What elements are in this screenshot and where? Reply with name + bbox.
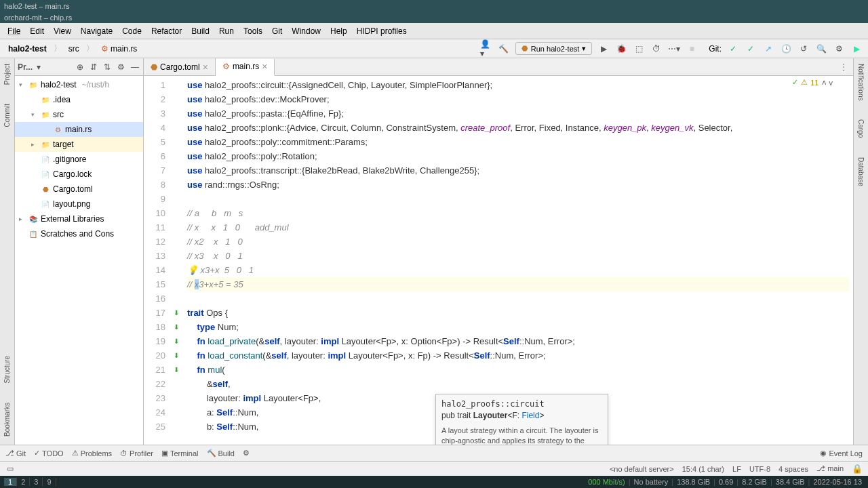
sys-mem: 138.8 GiB xyxy=(675,478,712,486)
status-position[interactable]: 15:4 (1 char) xyxy=(682,465,724,473)
run-config-selector[interactable]: ⬣Run halo2-test▾ xyxy=(515,42,593,55)
tree-row[interactable]: ▾📁halo2-test~/rust/h xyxy=(15,77,143,92)
tool-profiler[interactable]: ⏱ Profiler xyxy=(120,449,153,458)
git-push-icon[interactable]: ↗ xyxy=(762,43,774,55)
tool-build[interactable]: 🔨 Build xyxy=(207,449,235,458)
tree-settings-icon[interactable]: ⚙ xyxy=(117,62,127,72)
rail-cargo[interactable]: Cargo xyxy=(856,117,866,140)
status-branch[interactable]: ⎇ main xyxy=(816,464,844,473)
tree-row[interactable]: 📋Scratches and Cons xyxy=(15,226,143,241)
rail-project[interactable]: Project xyxy=(2,61,12,87)
menu-git[interactable]: Git xyxy=(267,25,287,37)
menu-navigate[interactable]: Navigate xyxy=(76,25,117,37)
inspection-widget[interactable]: ✓ ⚠11 ʌv xyxy=(792,78,833,87)
status-encoding[interactable]: UTF-8 xyxy=(749,465,770,473)
tool-eventlog[interactable]: ◉ Event Log xyxy=(820,449,863,458)
learn-icon[interactable]: ▶ xyxy=(850,43,863,55)
tool-settings-icon[interactable]: ⚙ xyxy=(243,449,250,458)
os-tabbar: orchard-mit – chip.rs xyxy=(0,12,868,23)
locate-icon[interactable]: ⊕ xyxy=(77,62,86,72)
search-icon[interactable]: 🔍 xyxy=(815,43,827,55)
tab-main[interactable]: ⚙main.rs× xyxy=(216,59,275,76)
menu-window[interactable]: Window xyxy=(287,25,326,37)
stop-icon[interactable]: ■ xyxy=(686,43,698,55)
hide-icon[interactable]: — xyxy=(131,62,140,72)
tree-row[interactable]: ▾📁src xyxy=(15,107,143,122)
rail-database[interactable]: Database xyxy=(856,155,866,189)
editor-area: ⬣Cargo.toml× ⚙main.rs× ⋮ 123456789101112… xyxy=(144,58,853,445)
project-toolbar: Pr...▾ ⊕ ⇵ ⇅ ⚙ — xyxy=(15,58,143,76)
git-label: Git: xyxy=(709,44,722,54)
sys-disk: 8.2 GiB xyxy=(740,478,769,486)
add-config-icon[interactable]: 👤▾ xyxy=(480,43,492,55)
project-tree: Pr...▾ ⊕ ⇵ ⇅ ⚙ — ▾📁halo2-test~/rust/h📁.i… xyxy=(15,58,144,445)
tree-row[interactable]: 📄layout.png xyxy=(15,197,143,211)
status-bar: ▭ <no default server> 15:4 (1 char) LF U… xyxy=(0,461,868,476)
menu-code[interactable]: Code xyxy=(117,25,146,37)
lock-icon[interactable]: 🔒 xyxy=(852,464,863,474)
editor-menu-icon[interactable]: ⋮ xyxy=(834,62,853,72)
breadcrumb-project[interactable]: halo2-test xyxy=(5,43,50,55)
status-eol[interactable]: LF xyxy=(732,465,741,473)
tree-row[interactable]: ⚙main.rs xyxy=(15,122,143,137)
rail-notifications[interactable]: Notifications xyxy=(856,61,866,103)
menu-hidpi[interactable]: HIDPI profiles xyxy=(352,25,412,37)
rail-commit[interactable]: Commit xyxy=(2,101,12,129)
menu-run[interactable]: Run xyxy=(214,25,239,37)
menu-tools[interactable]: Tools xyxy=(239,25,267,37)
doc-path: halo2_proofs::circuit xyxy=(441,399,602,410)
tab-cargo[interactable]: ⬣Cargo.toml× xyxy=(144,58,216,75)
sys-net: 000 Mbit/s) xyxy=(586,478,627,486)
profile-icon[interactable]: ⏱ xyxy=(650,43,663,55)
left-tool-rail: Project Commit Structure Bookmarks xyxy=(0,58,15,445)
tool-todo[interactable]: ✓ TODO xyxy=(34,449,64,458)
menubar: File Edit View Navigate Code Refactor Bu… xyxy=(0,23,868,39)
run-icon[interactable]: ▶ xyxy=(597,43,610,55)
tool-git[interactable]: ⎇ Git xyxy=(5,449,26,458)
tree-row[interactable]: 📄Cargo.lock xyxy=(15,167,143,182)
system-bar: 1 2 3 9 000 Mbit/s)| No battery| 138.8 G… xyxy=(0,476,868,488)
status-indent[interactable]: 4 spaces xyxy=(778,465,808,473)
tree-row[interactable]: ▸📚External Libraries xyxy=(15,211,143,226)
tree-row[interactable]: ▸📁target xyxy=(15,137,143,152)
rail-structure[interactable]: Structure xyxy=(2,353,12,386)
tree-row[interactable]: 📄.gitignore xyxy=(15,152,143,167)
breadcrumb-file[interactable]: ⚙ main.rs xyxy=(98,43,140,55)
close-icon[interactable]: × xyxy=(262,61,267,72)
tool-terminal[interactable]: ▣ Terminal xyxy=(161,449,199,458)
git-commit-icon[interactable]: ✓ xyxy=(745,43,757,55)
sys-time: 2022-05-16 13 xyxy=(811,478,864,486)
debug-icon[interactable]: 🐞 xyxy=(615,43,627,55)
menu-edit[interactable]: Edit xyxy=(25,25,49,37)
menu-help[interactable]: Help xyxy=(326,25,352,37)
coverage-icon[interactable]: ⬚ xyxy=(633,43,645,55)
attach-icon[interactable]: ⋯▾ xyxy=(668,43,680,55)
sys-temp: 38.4 GiB xyxy=(774,478,807,486)
rail-bookmarks[interactable]: Bookmarks xyxy=(2,400,12,439)
menu-refactor[interactable]: Refactor xyxy=(146,25,186,37)
build-icon[interactable]: 🔨 xyxy=(498,43,510,55)
menu-view[interactable]: View xyxy=(49,25,76,37)
expand-icon[interactable]: ⇵ xyxy=(90,62,100,72)
menu-file[interactable]: File xyxy=(3,25,25,37)
breadcrumb-folder[interactable]: src xyxy=(66,43,82,55)
ide-settings-icon[interactable]: ⚙ xyxy=(833,43,845,55)
status-server[interactable]: <no default server> xyxy=(610,465,674,473)
git-rollback-icon[interactable]: ↺ xyxy=(797,43,810,55)
collapse-icon[interactable]: ⇅ xyxy=(104,62,113,72)
sys-load: 0.69 xyxy=(717,478,735,486)
menu-build[interactable]: Build xyxy=(186,25,214,37)
code-body[interactable]: 1234567891011121314151617181920212223242… xyxy=(144,76,853,445)
tool-problems[interactable]: ⚠ Problems xyxy=(72,449,112,458)
git-update-icon[interactable]: ✓ xyxy=(727,43,739,55)
close-icon[interactable]: × xyxy=(203,62,208,73)
git-history-icon[interactable]: 🕓 xyxy=(780,43,792,55)
tree-row[interactable]: ⬣Cargo.toml xyxy=(15,182,143,197)
tree-row[interactable]: 📁.idea xyxy=(15,92,143,107)
window-titlebar: halo2-test – main.rs xyxy=(0,0,868,12)
bottom-toolbar: ⎇ Git ✓ TODO ⚠ Problems ⏱ Profiler ▣ Ter… xyxy=(0,445,868,461)
workspace-switcher[interactable]: 1 2 3 9 xyxy=(4,478,56,486)
sys-battery: No battery xyxy=(632,478,671,486)
navbar: halo2-test 〉 src 〉 ⚙ main.rs 👤▾ 🔨 ⬣Run h… xyxy=(0,39,868,58)
status-quick-icon[interactable]: ▭ xyxy=(7,464,14,473)
